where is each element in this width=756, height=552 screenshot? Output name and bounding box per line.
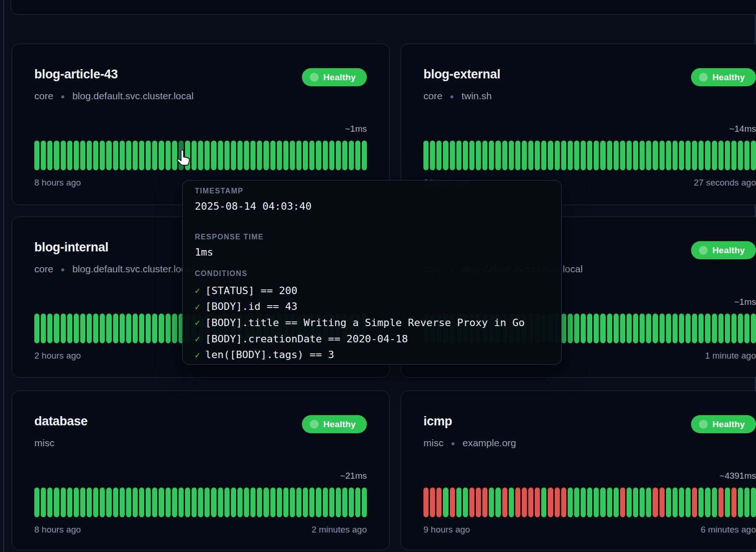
uptime-bar[interactable] — [594, 488, 599, 517]
uptime-bar[interactable] — [146, 488, 151, 517]
uptime-bar[interactable] — [283, 488, 288, 517]
uptime-bar[interactable] — [224, 488, 230, 517]
uptime-bar[interactable] — [113, 141, 118, 170]
uptime-bar[interactable] — [692, 314, 697, 343]
uptime-bar[interactable] — [705, 141, 710, 170]
uptime-bar[interactable] — [725, 314, 730, 343]
uptime-bar[interactable] — [731, 314, 737, 343]
uptime-bar[interactable] — [80, 314, 85, 343]
uptime-bar[interactable] — [106, 314, 111, 343]
uptime-bar[interactable] — [698, 314, 704, 343]
uptime-bar[interactable] — [205, 488, 210, 517]
uptime-bar[interactable] — [218, 141, 223, 170]
uptime-bar[interactable] — [443, 141, 448, 170]
uptime-bar[interactable] — [581, 488, 586, 517]
uptime-bar[interactable] — [231, 141, 236, 170]
uptime-bar[interactable] — [541, 488, 546, 517]
uptime-bar[interactable] — [502, 488, 507, 517]
uptime-bar[interactable] — [166, 314, 171, 343]
uptime-bar[interactable] — [502, 141, 507, 170]
uptime-bar[interactable] — [712, 488, 717, 517]
uptime-bar[interactable] — [113, 488, 118, 517]
uptime-bar[interactable] — [607, 488, 612, 517]
uptime-bar[interactable] — [172, 314, 177, 343]
uptime-bar[interactable] — [67, 488, 72, 517]
uptime-bar[interactable] — [87, 314, 92, 343]
uptime-bar[interactable] — [574, 314, 579, 343]
uptime-bar[interactable] — [185, 488, 190, 517]
uptime-bar[interactable] — [712, 314, 717, 343]
uptime-bar[interactable] — [159, 314, 164, 343]
uptime-bar[interactable] — [450, 488, 455, 517]
uptime-bar[interactable] — [323, 488, 328, 517]
uptime-bar[interactable] — [218, 488, 223, 517]
uptime-bar[interactable] — [705, 314, 710, 343]
uptime-bar[interactable] — [87, 488, 92, 517]
uptime-bar[interactable] — [509, 488, 514, 517]
uptime-bar[interactable] — [93, 141, 98, 170]
uptime-bar[interactable] — [152, 488, 157, 517]
uptime-bar[interactable] — [640, 488, 645, 517]
uptime-bar[interactable] — [718, 488, 724, 517]
uptime-bar[interactable] — [100, 314, 105, 343]
uptime-bar[interactable] — [660, 314, 665, 343]
uptime-bar[interactable] — [362, 488, 367, 517]
uptime-bar[interactable] — [329, 141, 334, 170]
uptime-bar[interactable] — [106, 141, 111, 170]
uptime-bar[interactable] — [633, 314, 638, 343]
uptime-bar[interactable] — [673, 488, 678, 517]
uptime-bar[interactable] — [290, 141, 295, 170]
uptime-bar[interactable] — [436, 488, 442, 517]
uptime-bar[interactable] — [640, 314, 645, 343]
uptime-bar[interactable] — [290, 488, 295, 517]
uptime-bar[interactable] — [738, 314, 743, 343]
uptime-bar[interactable] — [587, 314, 592, 343]
uptime-bar[interactable] — [660, 141, 665, 170]
uptime-bar[interactable] — [673, 141, 678, 170]
uptime-bar[interactable] — [61, 141, 66, 170]
uptime-bar[interactable] — [336, 141, 341, 170]
uptime-bar[interactable] — [482, 141, 487, 170]
uptime-bar[interactable] — [120, 314, 125, 343]
uptime-bar[interactable] — [146, 141, 151, 170]
uptime-bar[interactable] — [705, 488, 710, 517]
uptime-bar[interactable] — [237, 488, 243, 517]
uptime-bar[interactable] — [679, 314, 684, 343]
uptime-bar[interactable] — [277, 141, 282, 170]
uptime-bar[interactable] — [430, 488, 435, 517]
uptime-bar[interactable] — [509, 141, 514, 170]
uptime-bar[interactable] — [548, 141, 553, 170]
uptime-bar[interactable] — [568, 488, 573, 517]
uptime-bar[interactable] — [673, 314, 678, 343]
uptime-bar[interactable] — [211, 488, 216, 517]
uptime-bar[interactable] — [80, 141, 85, 170]
uptime-bar[interactable] — [574, 141, 579, 170]
uptime-bar[interactable] — [126, 488, 131, 517]
uptime-bar[interactable] — [698, 488, 704, 517]
uptime-bar[interactable] — [309, 488, 314, 517]
uptime-bar[interactable] — [342, 488, 347, 517]
uptime-bar[interactable] — [231, 488, 236, 517]
uptime-bar[interactable] — [198, 488, 203, 517]
uptime-bar[interactable] — [192, 488, 197, 517]
uptime-bar[interactable] — [633, 141, 638, 170]
uptime-bar[interactable] — [725, 488, 730, 517]
uptime-bar[interactable] — [423, 488, 429, 517]
uptime-bar[interactable] — [495, 488, 500, 517]
uptime-bar[interactable] — [600, 488, 605, 517]
uptime-bar[interactable] — [751, 314, 756, 343]
uptime-bar[interactable] — [600, 141, 605, 170]
uptime-bar[interactable] — [54, 141, 59, 170]
uptime-bar[interactable] — [133, 314, 138, 343]
uptime-bar[interactable] — [336, 488, 341, 517]
uptime-bar[interactable] — [47, 314, 52, 343]
uptime-bar[interactable] — [100, 488, 105, 517]
uptime-bar[interactable] — [47, 488, 52, 517]
uptime-bar[interactable] — [309, 141, 314, 170]
uptime-bar[interactable] — [725, 141, 730, 170]
uptime-bar[interactable] — [67, 314, 72, 343]
uptime-bar[interactable] — [61, 488, 66, 517]
uptime-bar[interactable] — [443, 488, 448, 517]
uptime-bar[interactable] — [660, 488, 665, 517]
uptime-bar[interactable] — [244, 488, 249, 517]
